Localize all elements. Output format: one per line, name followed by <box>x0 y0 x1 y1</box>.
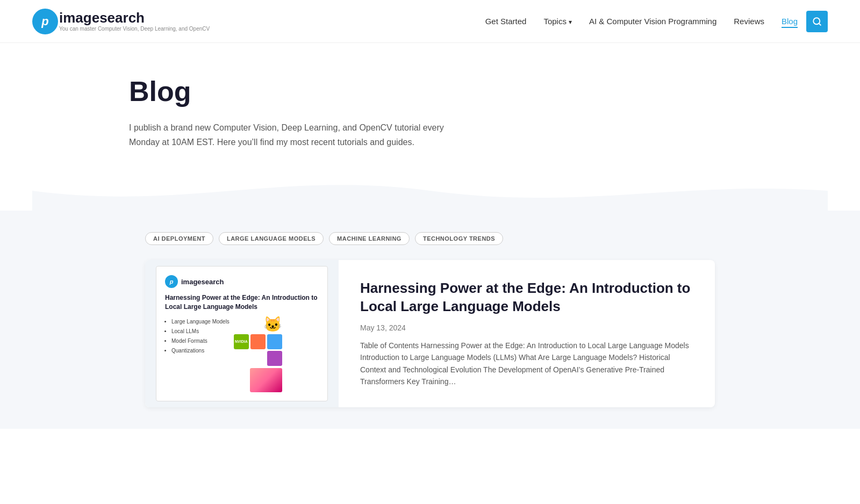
search-icon <box>812 17 822 26</box>
thumb-boxes: NVIDIA <box>234 334 282 366</box>
thumb-box-nvidia: NVIDIA <box>234 334 249 349</box>
nav-item-ai-cv[interactable]: AI & Computer Vision Programming <box>589 17 716 26</box>
tag-machine-learning[interactable]: MACHINE LEARNING <box>329 232 410 245</box>
content-inner: AI DEPLOYMENT LARGE LANGUAGE MODELS MACH… <box>134 232 726 407</box>
hero-wave <box>32 171 828 211</box>
blog-card-body: Harnessing Power at the Edge: An Introdu… <box>339 260 715 407</box>
thumb-cat-icon: 🐱 <box>263 317 282 332</box>
thumb-header: p imagesearch <box>165 275 319 288</box>
post-excerpt: Table of Contents Harnessing Power at th… <box>360 340 693 388</box>
site-logo[interactable]: p imagesearch You can master Computer Vi… <box>32 9 210 34</box>
navbar: p imagesearch You can master Computer Vi… <box>0 0 860 43</box>
logo-letter: p <box>41 15 48 28</box>
thumb-content: Large Language Models Local LLMs Model F… <box>165 317 319 392</box>
post-title[interactable]: Harnessing Power at the Edge: An Introdu… <box>360 279 693 316</box>
hero-title: Blog <box>129 75 505 107</box>
nav-item-get-started[interactable]: Get Started <box>485 17 527 26</box>
toc-item-3: Model Formats <box>171 336 230 346</box>
nav-link-get-started[interactable]: Get Started <box>485 17 527 26</box>
thumb-pink-image <box>250 368 282 392</box>
blog-card-image: p imagesearch Harnessing Power at the Ed… <box>145 260 339 407</box>
thumb-box-1 <box>250 334 266 349</box>
nav-link-reviews[interactable]: Reviews <box>734 17 764 26</box>
thumb-toc-list: Large Language Models Local LLMs Model F… <box>165 317 230 356</box>
post-date: May 13, 2024 <box>360 323 693 332</box>
toc-item-1: Large Language Models <box>171 317 230 327</box>
svg-line-1 <box>819 23 820 25</box>
blog-card: p imagesearch Harnessing Power at the Ed… <box>145 260 715 407</box>
hero-content: Blog I publish a brand new Computer Visi… <box>129 75 505 149</box>
nav-item-topics[interactable]: Topics <box>543 17 572 26</box>
tag-llm[interactable]: LARGE LANGUAGE MODELS <box>219 232 324 245</box>
thumb-title: Harnessing Power at the Edge: An Introdu… <box>165 293 319 312</box>
thumb-site-name: imagesearch <box>181 278 224 286</box>
logo-circle: p <box>32 9 58 34</box>
thumb-toc: Large Language Models Local LLMs Model F… <box>165 317 230 392</box>
toc-item-2: Local LLMs <box>171 327 230 336</box>
content-section: AI DEPLOYMENT LARGE LANGUAGE MODELS MACH… <box>0 211 860 428</box>
thumb-logo-circle: p <box>165 275 178 288</box>
thumb-visual: 🐱 NVIDIA <box>234 317 282 392</box>
article-thumbnail: p imagesearch Harnessing Power at the Ed… <box>156 266 328 401</box>
nav-item-blog[interactable]: Blog <box>782 17 798 26</box>
thumb-box-2 <box>267 334 282 349</box>
nav-link-ai-cv[interactable]: AI & Computer Vision Programming <box>589 17 716 26</box>
nav-item-reviews[interactable]: Reviews <box>734 17 764 26</box>
hero-section: Blog I publish a brand new Computer Visi… <box>0 43 860 211</box>
tag-list: AI DEPLOYMENT LARGE LANGUAGE MODELS MACH… <box>134 232 726 245</box>
nav-link-topics[interactable]: Topics <box>543 17 572 26</box>
search-button[interactable] <box>806 11 828 32</box>
topics-chevron-icon <box>569 17 572 26</box>
logo-name: imagesearch <box>59 11 210 25</box>
logo-text: imagesearch You can master Computer Visi… <box>59 11 210 32</box>
tag-ai-deployment[interactable]: AI DEPLOYMENT <box>145 232 213 245</box>
nav-links: Get Started Topics AI & Computer Vision … <box>485 17 798 26</box>
hero-description: I publish a brand new Computer Vision, D… <box>129 120 462 149</box>
tag-tech-trends[interactable]: TECHNOLOGY TRENDS <box>415 232 503 245</box>
thumb-box-3 <box>267 351 282 366</box>
nav-link-blog[interactable]: Blog <box>782 17 798 28</box>
toc-item-4: Quantizations <box>171 346 230 356</box>
logo-tagline: You can master Computer Vision, Deep Lea… <box>59 26 210 32</box>
